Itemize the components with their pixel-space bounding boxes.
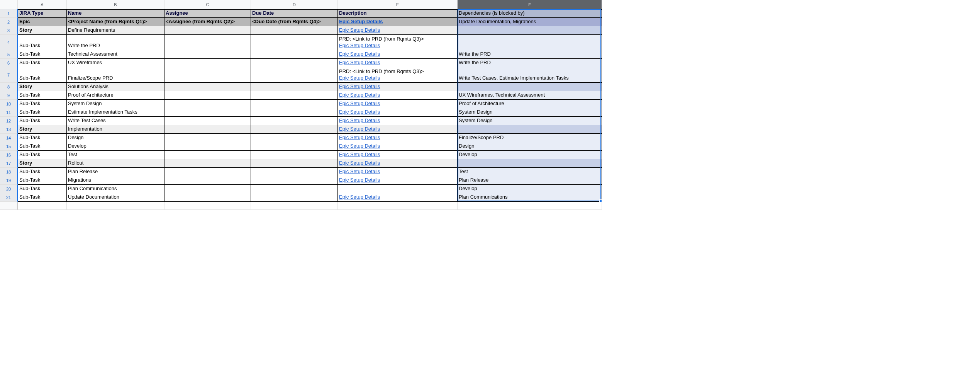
cell-e-12[interactable]: Epic Setup Details [338, 117, 458, 125]
row-header[interactable]: 6 [0, 59, 18, 67]
cell-d-15[interactable] [251, 142, 338, 151]
spreadsheet-grid[interactable]: ABCDEF1JIRA TypeNameAssigneeDue DateDesc… [0, 0, 980, 210]
epic-setup-link[interactable]: Epic Setup Details [339, 43, 456, 49]
cell-f-9[interactable]: UX Wireframes, Technical Assessment [458, 91, 602, 100]
cell-f-4[interactable] [458, 35, 602, 50]
row-header[interactable]: 12 [0, 117, 18, 125]
cell-e-13[interactable]: Epic Setup Details [338, 125, 458, 134]
cell-d-2[interactable]: <Due Date (from Rqmts Q4)> [251, 18, 338, 26]
cell-b-3[interactable]: Define Requirements [67, 26, 164, 35]
epic-setup-link[interactable]: Epic Setup Details [339, 83, 456, 90]
cell-c-16[interactable] [164, 151, 251, 159]
column-header-e[interactable]: E [338, 0, 458, 9]
epic-setup-link[interactable]: Epic Setup Details [339, 151, 456, 158]
cell-empty[interactable] [251, 202, 338, 210]
cell-e-15[interactable]: Epic Setup Details [338, 142, 458, 151]
cell-b-12[interactable]: Write Test Cases [67, 117, 164, 125]
cell-c-3[interactable] [164, 26, 251, 35]
cell-d-6[interactable] [251, 59, 338, 67]
column-header-a[interactable]: A [18, 0, 67, 9]
cell-f-14[interactable]: Finalize/Scope PRD [458, 134, 602, 142]
cell-e-9[interactable]: Epic Setup Details [338, 91, 458, 100]
cell-d-18[interactable] [251, 168, 338, 176]
row-header[interactable]: 8 [0, 83, 18, 91]
cell-d-20[interactable] [251, 185, 338, 193]
cell-e-16[interactable]: Epic Setup Details [338, 151, 458, 159]
cell-c-4[interactable] [164, 35, 251, 50]
row-header[interactable]: 1 [0, 9, 18, 18]
cell-b-9[interactable]: Proof of Architecture [67, 91, 164, 100]
cell-e-17[interactable]: Epic Setup Details [338, 159, 458, 168]
cell-c-20[interactable] [164, 185, 251, 193]
cell-d-9[interactable] [251, 91, 338, 100]
cell-a-16[interactable]: Sub-Task [18, 151, 67, 159]
cell-empty[interactable] [458, 202, 602, 210]
cell-e-4[interactable]: PRD: <Link to PRD (from Rqmts Q3)>Epic S… [338, 35, 458, 50]
epic-setup-link[interactable]: Epic Setup Details [339, 117, 456, 124]
cell-e-20[interactable] [338, 185, 458, 193]
cell-f-16[interactable]: Develop [458, 151, 602, 159]
cell-f-7[interactable]: Write Test Cases, Estimate Implementatio… [458, 67, 602, 83]
cell-d-7[interactable] [251, 67, 338, 83]
cell-e-19[interactable]: Epic Setup Details [338, 176, 458, 185]
cell-a-1[interactable]: JIRA Type [18, 9, 67, 18]
cell-a-2[interactable]: Epic [18, 18, 67, 26]
cell-e-21[interactable]: Epic Setup Details [338, 193, 458, 202]
cell-c-2[interactable]: <Assignee (from Rqmts Q2)> [164, 18, 251, 26]
cell-b-11[interactable]: Estimate Implementation Tasks [67, 108, 164, 117]
cell-e-6[interactable]: Epic Setup Details [338, 59, 458, 67]
cell-f-13[interactable] [458, 125, 602, 134]
cell-f-3[interactable] [458, 26, 602, 35]
cell-c-10[interactable] [164, 100, 251, 108]
cell-c-11[interactable] [164, 108, 251, 117]
cell-e-2[interactable]: Epic Setup Details [338, 18, 458, 26]
cell-d-12[interactable] [251, 117, 338, 125]
cell-c-5[interactable] [164, 50, 251, 59]
cell-a-12[interactable]: Sub-Task [18, 117, 67, 125]
cell-b-8[interactable]: Solutions Analysis [67, 83, 164, 91]
row-header[interactable]: 3 [0, 26, 18, 35]
cell-a-19[interactable]: Sub-Task [18, 176, 67, 185]
cell-e-7[interactable]: PRD: <Link to PRD (from Rqmts Q3)>Epic S… [338, 67, 458, 83]
epic-setup-link[interactable]: Epic Setup Details [339, 27, 456, 34]
row-header[interactable]: 16 [0, 151, 18, 159]
epic-setup-link[interactable]: Epic Setup Details [339, 168, 456, 175]
cell-empty[interactable] [18, 202, 67, 210]
row-header[interactable]: 15 [0, 142, 18, 151]
cell-e-11[interactable]: Epic Setup Details [338, 108, 458, 117]
cell-a-10[interactable]: Sub-Task [18, 100, 67, 108]
cell-d-4[interactable] [251, 35, 338, 50]
row-header[interactable]: 19 [0, 176, 18, 185]
cell-b-17[interactable]: Rollout [67, 159, 164, 168]
cell-d-14[interactable] [251, 134, 338, 142]
cell-a-14[interactable]: Sub-Task [18, 134, 67, 142]
cell-a-15[interactable]: Sub-Task [18, 142, 67, 151]
cell-a-5[interactable]: Sub-Task [18, 50, 67, 59]
row-header[interactable]: 21 [0, 193, 18, 202]
cell-f-1[interactable]: Dependencies (is blocked by) [458, 9, 602, 18]
cell-d-11[interactable] [251, 108, 338, 117]
cell-empty[interactable] [338, 202, 458, 210]
cell-a-4[interactable]: Sub-Task [18, 35, 67, 50]
cell-b-6[interactable]: UX Wireframes [67, 59, 164, 67]
cell-a-3[interactable]: Story [18, 26, 67, 35]
cell-d-8[interactable] [251, 83, 338, 91]
column-header-c[interactable]: C [164, 0, 251, 9]
cell-b-7[interactable]: Finalize/Scope PRD [67, 67, 164, 83]
epic-setup-link[interactable]: Epic Setup Details [339, 109, 456, 116]
cell-b-16[interactable]: Test [67, 151, 164, 159]
cell-d-13[interactable] [251, 125, 338, 134]
cell-f-17[interactable] [458, 159, 602, 168]
column-header-b[interactable]: B [67, 0, 164, 9]
epic-setup-link[interactable]: Epic Setup Details [339, 143, 456, 150]
cell-d-19[interactable] [251, 176, 338, 185]
cell-b-4[interactable]: Write the PRD [67, 35, 164, 50]
cell-a-18[interactable]: Sub-Task [18, 168, 67, 176]
cell-empty[interactable] [67, 202, 164, 210]
row-header[interactable]: 7 [0, 67, 18, 83]
row-header[interactable]: 4 [0, 35, 18, 50]
cell-e-3[interactable]: Epic Setup Details [338, 26, 458, 35]
cell-b-1[interactable]: Name [67, 9, 164, 18]
cell-f-10[interactable]: Proof of Architecture [458, 100, 602, 108]
row-header[interactable]: 14 [0, 134, 18, 142]
